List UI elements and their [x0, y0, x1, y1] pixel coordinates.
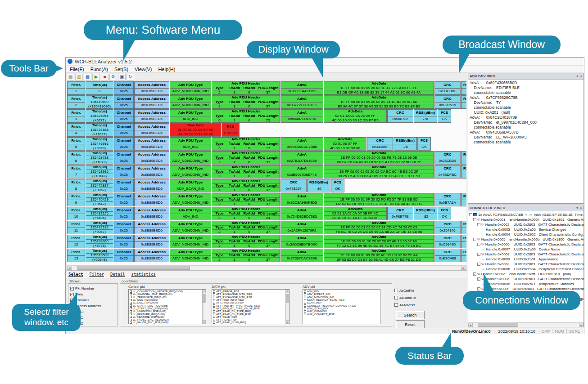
tree-expand-icon[interactable]: -	[473, 238, 476, 241]
cell-crc[interactable]: CRC0x334097	[367, 137, 393, 151]
cell-pdu-header[interactable]: Adv PDU HeaderTypeTxAddRxAddPDU-Length01…	[212, 207, 280, 220]
checkbox-icon[interactable]	[213, 310, 215, 313]
control-pkt-list[interactable]: LL_CONNECTION_UPDATE_REQ(0x00)LL_CHANNEL…	[128, 289, 206, 324]
cell-access-address[interactable]: Access Address0x8E89BED6	[134, 123, 169, 137]
scrollbar-track[interactable]	[203, 293, 206, 320]
cell-pnbr[interactable]: P.nbr.9	[67, 193, 85, 206]
refresh-icon[interactable]: ↻	[127, 74, 134, 80]
display-settings-icon[interactable]: ▣	[118, 74, 126, 80]
checkbox-icon[interactable]	[130, 321, 132, 324]
checkbox-icon[interactable]	[130, 296, 132, 298]
panel-close-icon[interactable]: ×	[580, 206, 582, 210]
cell-adva[interactable]: AdvA0x35C8A9E0F3D5	[280, 193, 323, 206]
packet-row[interactable]: P.nbr.11Time(us)135492182(+9057)Channel0…	[67, 221, 466, 234]
cell-crc[interactable]: CRC0xC285C9	[434, 95, 461, 109]
cell-access-address[interactable]: Access Address0x8E89BED6	[134, 207, 169, 220]
packet-row[interactable]: P.nbr.6Time(us)135458788(+11872)Channel0…	[67, 151, 466, 165]
cell-adva[interactable]: AdvA0x3B6067D6EF45	[280, 165, 323, 179]
checkbox-icon[interactable]	[304, 299, 306, 301]
tree-expand-icon[interactable]: -	[477, 277, 480, 281]
cell-pdu-type[interactable]: Adv PDU TypeADV_NONCONN_IND	[170, 235, 211, 248]
menu-item-helph[interactable]: Help(H)	[155, 67, 178, 72]
menu-item-filef[interactable]: File(F)	[67, 67, 87, 72]
tree-expand-icon[interactable]: -	[477, 263, 480, 266]
checkbox-icon[interactable]	[213, 299, 215, 301]
checkbox-icon[interactable]	[130, 310, 132, 313]
checkbox-icon[interactable]	[130, 304, 132, 307]
cell-channel[interactable]: Channel0x25	[114, 151, 134, 165]
vertical-scrollbar[interactable]: ▲▼	[202, 290, 206, 324]
cell-pdu-type[interactable]: Adv PDU TypeADV_IND	[170, 109, 211, 123]
cell-time[interactable]: Time(us)135458788(+11872)	[86, 151, 113, 165]
panel-collapse-icon[interactable]: ▾	[576, 206, 578, 210]
checkbox-icon[interactable]	[213, 321, 215, 324]
tree-item[interactable]: →Handle:0x000b UUID:0x2a04 Peripheral Pr…	[468, 267, 583, 272]
scrollbar-thumb[interactable]	[286, 294, 289, 303]
cell-channel[interactable]: Channel0x25	[114, 137, 134, 151]
cell-pnbr[interactable]: P.nbr.13	[67, 249, 85, 262]
checkbox-icon[interactable]	[130, 290, 132, 293]
packet-row[interactable]: P.nbr.3Time(us)135425961(+6271)Channel0x…	[67, 109, 466, 123]
cell-rssi[interactable]: RSSI(dBm)	[461, 221, 466, 234]
cell-crc[interactable]: CRC0xF8E77E	[387, 207, 413, 220]
checkbox-icon[interactable]	[213, 313, 215, 315]
cell-pdu-type[interactable]: Adv PDU TypeADV_IND	[170, 207, 211, 220]
cell-advdata[interactable]: AdvData02 01 06 07 FF4C 00 10 02 0B 00	[324, 137, 366, 151]
cell-pnbr[interactable]: P.nbr.6	[67, 151, 85, 165]
packet-row[interactable]: P.nbr.1Time(us)0Channel0x25Access Addres…	[67, 81, 466, 95]
vertical-scrollbar[interactable]: ▲▼	[285, 290, 289, 324]
cell-pdu-header[interactable]: Adv PDU HeaderTypeTxAddRxAddPDU-Length21…	[212, 81, 280, 95]
cell-advdata[interactable]: AdvData02 01 1A 02 0A 07 0B FF 4C00 10 0…	[324, 207, 387, 220]
cell-crc[interactable]: CRC0x254146	[434, 221, 461, 234]
checkbox-icon[interactable]	[213, 296, 215, 298]
cell-adva[interactable]: AdvA0x6958ACDE7B86	[280, 137, 323, 151]
scroll-up-icon[interactable]: ▲	[286, 290, 289, 293]
adv-pkt-list[interactable]: ADV_INDADV_DIRECT_INDADV_NONCONN_INDSCAN…	[303, 289, 380, 324]
cell-channel[interactable]: Channel0x25	[114, 193, 134, 206]
cell-channel[interactable]: Channel0x25	[114, 179, 134, 192]
cell-time[interactable]: Time(us)135519508(+20548)	[86, 249, 113, 262]
scrollbar-thumb[interactable]	[77, 266, 190, 270]
cell-rssi[interactable]: RSSI(dBm)-78	[414, 109, 437, 123]
cell-pnbr[interactable]: P.nbr.7	[67, 165, 85, 179]
cell-pdu-header[interactable]: Adv PDU HeaderTypeTxAddRxAddPDU-Length21…	[212, 221, 280, 234]
cell-crc[interactable]: CRC0x088722	[387, 109, 413, 123]
cell-advdata[interactable]: AdvData02 01 1A 02 0A 08 0A FF4C 00 10 0…	[324, 109, 387, 123]
tree-item[interactable]: -ΨHandle:0x0006 UUID:0x2803 GATT Charact…	[468, 242, 583, 247]
tree-item[interactable]: -ΨHandle:0x0001 endHandle:0x0004 UUID:0x…	[468, 217, 583, 222]
cell-access-address[interactable]: Access Address0x8E89BED6	[134, 221, 169, 234]
cell-time[interactable]: Time(us)135419690(+135419690)	[86, 95, 113, 109]
search-button[interactable]: Search	[396, 311, 425, 319]
checkbox-icon[interactable]	[304, 313, 306, 315]
cell-advdata[interactable]: AdvData1E FF 06 00 01 09 20 02 34 CD 4C …	[324, 221, 434, 234]
cell-rssi[interactable]: RSSI(dBm)-80	[307, 179, 330, 192]
tree-item[interactable]: -ΨHandle:0x0008 UUID:0x2803 GATT Charact…	[468, 252, 583, 257]
cell-pnbr[interactable]: P.nbr.8	[67, 179, 85, 192]
cell-adva[interactable]: AdvA0x337721CCD1E1	[280, 95, 323, 109]
menu-item-sets[interactable]: Set(S)	[111, 67, 131, 72]
cell-crc[interactable]: CRC0x28CBD6	[434, 151, 461, 165]
tree-item[interactable]: →Handle:0x0007 UUID:0x2a00 Device Name	[468, 247, 583, 252]
cell-crc[interactable]: CRC0x0BCBBF	[434, 81, 461, 95]
tree-expand-icon[interactable]: -	[473, 272, 476, 276]
cell-channel[interactable]: Channel0x25	[114, 123, 134, 137]
filter-list-item[interactable]: AUX_CONNECT_RSP	[304, 313, 380, 315]
connect-horizontal-scrollbar[interactable]: ◄ ►	[468, 322, 583, 327]
cell-adva[interactable]: AdvA0x3003EA431121	[280, 81, 323, 95]
cell-pdu-header[interactable]: Adv PDU HeaderTypeTxAddRxAddPDU-Length21…	[212, 165, 280, 179]
tree-item[interactable]: →Handle:0x0003 UUID:0x2a05 Service Chang…	[468, 227, 583, 232]
cell-channel[interactable]: Channel0x25	[114, 207, 134, 220]
checkbox-icon[interactable]	[394, 303, 398, 307]
cell-crc[interactable]: CRC0x478257	[280, 179, 307, 192]
cell-pdu-header[interactable]: Adv PDU HeaderTypeTxAddRxAddPDU-Length01…	[212, 137, 280, 151]
tab-detail[interactable]: Detail	[110, 272, 125, 277]
cell-adva[interactable]: AdvA0x3AD26BD7BD0C	[280, 235, 323, 248]
panel-collapse-icon[interactable]: ▾	[576, 74, 578, 78]
checkbox-icon[interactable]	[394, 289, 398, 292]
packet-row[interactable]: P.nbr.13Time(us)135519508(+20548)Channel…	[67, 249, 466, 262]
cell-channel[interactable]: Channel0x25	[114, 221, 134, 234]
cell-access-address[interactable]: Access Address0x8E89BED6	[134, 137, 169, 151]
filter-list-item[interactable]: ✓Time	[70, 291, 117, 297]
cell-pdu-header[interactable]: Adv PDU HeaderTypeTxAddRxAddPDU-Length61…	[212, 179, 280, 192]
scroll-down-icon[interactable]: ▼	[203, 320, 206, 324]
